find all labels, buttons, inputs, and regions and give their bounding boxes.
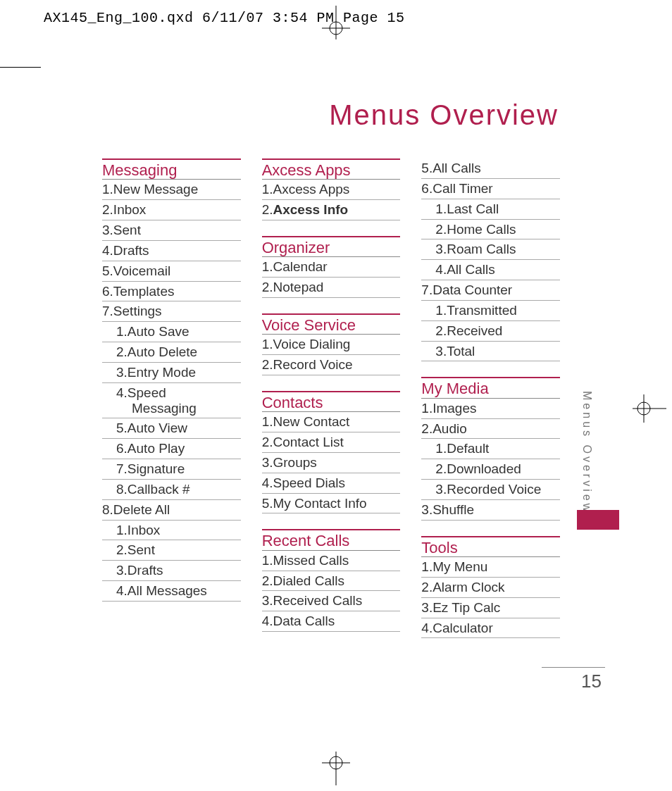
menu-item: 6. Templates	[102, 282, 241, 302]
item-number: 4.	[262, 614, 273, 629]
item-label: Voice Dialing	[273, 337, 351, 351]
item-label: Drafts	[127, 563, 163, 578]
submenu-item: 1. Default	[421, 439, 560, 459]
menu-column: 5. All Calls6. Call Timer1. Last Call2. …	[421, 158, 560, 638]
menu-item: 1. Missed Calls	[262, 551, 401, 571]
menu-item: 4. Drafts	[102, 241, 241, 261]
registration-mark-right-icon	[633, 394, 666, 423]
submenu-item: 2. Auto Delete	[102, 342, 241, 363]
item-label: New Contact	[273, 414, 350, 429]
item-number: 6.	[116, 441, 127, 456]
item-label: Axcess Info	[273, 202, 349, 217]
menu-column: Messaging1. New Message2. Inbox3. Sent4.…	[102, 158, 241, 638]
item-label: Shuffle	[433, 502, 474, 517]
item-label: All Calls	[447, 262, 495, 277]
item-number: 6.	[421, 181, 433, 197]
submenu-item: 2. Received	[421, 321, 560, 342]
item-number: 1.	[435, 303, 447, 318]
menu-item: 5. Voicemail	[102, 261, 241, 282]
item-number: 2.	[262, 280, 273, 295]
item-label: Last Call	[447, 201, 499, 216]
submenu-item: 6. Auto Play	[102, 439, 241, 459]
menu-item: 1. Axcess Apps	[262, 180, 401, 200]
submenu-item: 4. All Messages	[102, 581, 241, 602]
item-number: 2.	[262, 357, 273, 373]
item-label: Ez Tip Calc	[433, 600, 500, 615]
item-number: 2.	[102, 202, 113, 218]
item-number: 7.	[102, 304, 113, 319]
item-number: 2.	[262, 435, 273, 450]
menu-item: 1. New Message	[102, 180, 241, 200]
menu-item: 4. Data Calls	[262, 611, 401, 632]
menu-item: 4. Speed Dials	[262, 473, 401, 494]
item-label: Data Calls	[273, 614, 335, 628]
page-number: 15	[581, 671, 602, 692]
item-number: 3.	[435, 482, 447, 497]
item-number: 1.	[262, 182, 273, 197]
item-number: 2.	[421, 421, 433, 437]
menu-item: 1. New Contact	[262, 412, 401, 432]
submenu-item: 2. Sent	[102, 540, 241, 561]
item-number: 1.	[435, 441, 447, 456]
item-number: 4.	[116, 385, 127, 401]
thumb-tab	[577, 510, 619, 530]
item-number: 1.	[421, 401, 433, 416]
section-title: Organizer	[262, 236, 401, 257]
item-label: Entry Mode	[127, 365, 196, 380]
print-slug: AX145_Eng_100.qxd 6/11/07 3:54 PM Page 1…	[44, 10, 405, 26]
section-title: Voice Service	[262, 313, 401, 335]
item-label: Delete All	[113, 502, 170, 517]
registration-mark-top-icon	[322, 6, 350, 39]
item-label: My Contact Info	[273, 496, 367, 511]
item-label: Inbox	[127, 523, 160, 537]
item-label: Calendar	[273, 259, 328, 274]
item-label: Sent	[127, 542, 155, 557]
item-number: 2.	[421, 580, 433, 595]
item-number: 4.	[102, 243, 113, 259]
item-number: 1.	[421, 559, 433, 575]
item-number: 2.	[435, 323, 447, 339]
item-number: 1.	[262, 414, 273, 430]
item-label: Contact List	[273, 435, 344, 449]
submenu-item: 1. Auto Save	[102, 322, 241, 342]
item-label: Missed Calls	[273, 553, 349, 568]
item-label-wrap: Messaging	[116, 401, 197, 416]
item-label: Voicemail	[113, 263, 170, 278]
item-label: Dialed Calls	[273, 573, 344, 588]
submenu-item: 2. Home Calls	[421, 220, 560, 240]
item-label: Auto Delete	[127, 344, 197, 359]
menu-item: 7. Settings	[102, 301, 241, 322]
item-number: 8.	[116, 482, 127, 497]
menu-item: 2. Audio	[421, 419, 560, 440]
submenu-item: 8. Callback #	[102, 480, 241, 500]
item-number: 2.	[435, 461, 447, 477]
item-number: 7.	[116, 461, 127, 477]
item-number: 3.	[262, 455, 273, 471]
item-label: Calculator	[433, 621, 493, 635]
item-label: Signature	[127, 461, 185, 476]
menu-item: 5. My Contact Info	[262, 494, 401, 514]
section-title: Messaging	[102, 158, 241, 180]
item-number: 7.	[421, 282, 433, 298]
item-label: Alarm Clock	[433, 580, 504, 594]
item-label: Speed Dials	[273, 475, 345, 490]
item-number: 5.	[116, 421, 127, 436]
menu-item: 3. Groups	[262, 453, 401, 473]
item-number: 1.	[116, 324, 127, 340]
thumb-tab-label: Menus Overview	[580, 391, 593, 514]
item-number: 3.	[116, 563, 127, 578]
item-number: 3.	[421, 502, 433, 518]
menu-item: 8. Delete All	[102, 500, 241, 521]
menu-item: 6. Call Timer	[421, 179, 560, 199]
item-number: 4.	[262, 475, 273, 491]
item-number: 2.	[262, 202, 273, 218]
item-label: Default	[447, 441, 489, 456]
submenu-item: 3. Recorded Voice	[421, 480, 560, 500]
item-number: 3.	[116, 365, 127, 380]
item-label: Total	[447, 344, 475, 359]
item-number: 4.	[435, 262, 447, 278]
item-number: 6.	[102, 284, 113, 299]
submenu-item: 7. Signature	[102, 459, 241, 480]
submenu-item: 1. Transmitted	[421, 301, 560, 321]
menu-item: 1. Calendar	[262, 257, 401, 278]
